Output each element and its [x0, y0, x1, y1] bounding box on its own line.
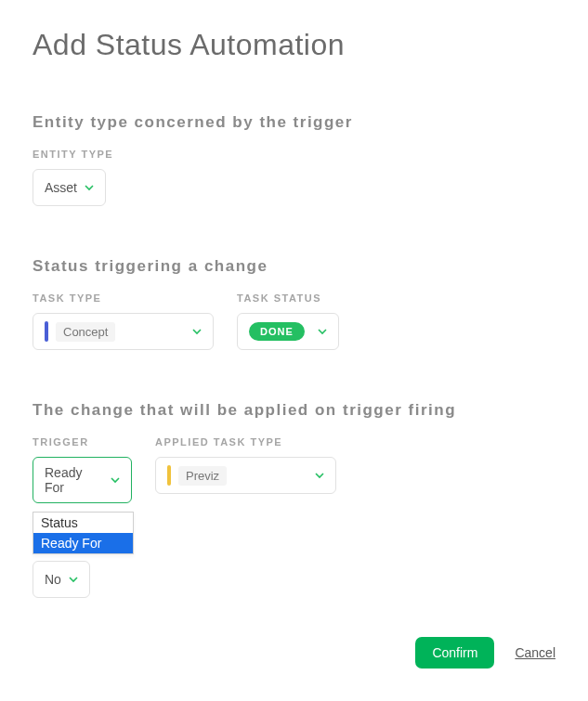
- task-status-pill: DONE: [249, 322, 305, 341]
- section-entity-type-label: Entity type concerned by the trigger: [33, 113, 555, 132]
- task-status-select[interactable]: DONE: [237, 313, 339, 350]
- task-type-field-label: TASK TYPE: [33, 292, 214, 304]
- section-change-applied-label: The change that will be applied on trigg…: [33, 401, 555, 420]
- entity-type-value: Asset: [45, 180, 77, 195]
- revision-value: No: [45, 572, 61, 587]
- trigger-value: Ready For: [45, 465, 103, 495]
- dialog-actions: Confirm Cancel: [415, 637, 555, 669]
- trigger-select[interactable]: Ready For: [33, 457, 132, 503]
- applied-task-type-select[interactable]: Previz: [155, 457, 336, 494]
- chevron-down-icon: [85, 183, 94, 192]
- section-status-trigger: Status triggering a change TASK TYPE Con…: [33, 257, 555, 350]
- applied-task-type-value: Previz: [178, 466, 227, 486]
- chevron-down-icon: [318, 327, 327, 336]
- revision-select[interactable]: No: [33, 561, 90, 598]
- task-status-field-label: TASK STATUS: [237, 292, 339, 304]
- cancel-link[interactable]: Cancel: [515, 645, 555, 660]
- task-type-color-bar: [45, 321, 48, 342]
- trigger-field-label: TRIGGER: [33, 436, 132, 448]
- confirm-button[interactable]: Confirm: [415, 637, 494, 669]
- chevron-down-icon: [315, 471, 324, 480]
- chevron-down-icon: [111, 475, 120, 485]
- applied-task-type-color-bar: [167, 465, 171, 486]
- section-entity-type: Entity type concerned by the trigger ENT…: [33, 113, 555, 206]
- task-type-select[interactable]: Concept: [33, 313, 214, 350]
- section-change-applied: The change that will be applied on trigg…: [33, 401, 555, 598]
- trigger-dropdown: Status Ready For: [33, 512, 134, 554]
- entity-type-field-label: ENTITY TYPE: [33, 149, 555, 160]
- page-title: Add Status Automation: [33, 28, 555, 62]
- task-type-value: Concept: [56, 322, 115, 342]
- trigger-option-ready-for[interactable]: Ready For: [33, 533, 133, 553]
- section-status-trigger-label: Status triggering a change: [33, 257, 555, 276]
- applied-task-type-field-label: APPLIED TASK TYPE: [155, 436, 336, 448]
- entity-type-select[interactable]: Asset: [33, 169, 106, 206]
- trigger-option-status[interactable]: Status: [33, 513, 133, 533]
- chevron-down-icon: [69, 575, 78, 584]
- chevron-down-icon: [192, 327, 202, 336]
